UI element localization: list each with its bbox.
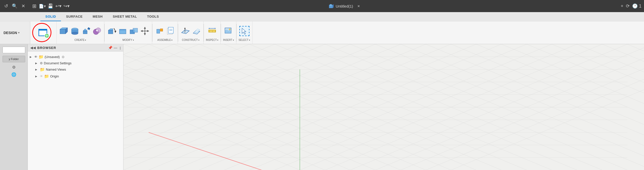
- new-file-icon[interactable]: 📄▾: [39, 4, 46, 9]
- svg-marker-24: [108, 29, 113, 30]
- assemble-icon-2[interactable]: [166, 26, 176, 36]
- label-named-views: Named Views: [46, 68, 66, 71]
- refresh-tab-icon[interactable]: ⟳: [626, 3, 630, 9]
- gear-icon[interactable]: ⚙: [12, 65, 16, 70]
- tab-surface[interactable]: SURFACE: [61, 12, 88, 21]
- inspect-section: INSPECT ▾: [204, 21, 221, 44]
- arrow-unsaved: ▶: [30, 55, 33, 58]
- svg-rect-41: [168, 27, 173, 33]
- arrow-doc-settings: ▶: [35, 62, 39, 65]
- svg-point-13: [72, 32, 78, 35]
- sketch-icon-svg: [37, 27, 49, 39]
- create-section: ✦ CREATE ▾: [57, 21, 104, 44]
- browser-title: BROWSER: [37, 46, 107, 50]
- sketch-tool-group: [30, 21, 57, 44]
- svg-marker-2: [333, 4, 334, 8]
- top-bar-left-icons: ↺ 🔍 ✕: [3, 3, 27, 9]
- save-icon[interactable]: 💾: [47, 3, 54, 9]
- svg-rect-37: [157, 29, 160, 33]
- svg-marker-34: [144, 33, 146, 35]
- label-unsaved: (Unsaved): [45, 55, 60, 59]
- search-icon[interactable]: 🔍: [11, 3, 18, 9]
- extrude-icon[interactable]: [81, 26, 91, 36]
- browser-pin-icon[interactable]: 📌: [108, 46, 112, 50]
- tree-item-origin[interactable]: ▶ 👁 📁 Origin: [28, 73, 123, 80]
- svg-marker-46: [184, 27, 186, 29]
- top-bar-right: + ⟳ 🕐 1: [621, 3, 641, 9]
- add-tab-icon[interactable]: +: [621, 4, 623, 9]
- gear-doc-icon: ⚙: [40, 61, 43, 65]
- svg-text:✦: ✦: [95, 29, 99, 33]
- top-bar: ↺ 🔍 ✕ ⊞ 📄▾ 💾 ↩▾ ↪▾ Untitled(1) ✕ + ⟳ 🕐 1: [0, 0, 644, 12]
- assemble-icon-1[interactable]: [154, 26, 165, 36]
- select-icon[interactable]: [239, 26, 249, 36]
- insert-image-icon[interactable]: [223, 26, 234, 36]
- move-icon[interactable]: [140, 26, 150, 36]
- clock-icon[interactable]: 🕐 1: [632, 3, 641, 9]
- svg-marker-57: [215, 28, 216, 29]
- 3d-box-icon[interactable]: [59, 26, 69, 36]
- browser-header: ◀◀ BROWSER 📌 — |: [28, 44, 123, 51]
- browser-collapse-icon[interactable]: ◀◀: [30, 46, 36, 50]
- eye-unsaved[interactable]: 👁: [34, 55, 38, 59]
- tab-tools[interactable]: TOOLS: [142, 12, 164, 21]
- construct-plane-icon[interactable]: [180, 26, 190, 36]
- folder-label: y Folder: [9, 58, 19, 61]
- label-origin: Origin: [50, 74, 59, 78]
- cube-icon: [329, 4, 334, 9]
- svg-rect-70: [123, 44, 644, 170]
- push-pull-icon[interactable]: [107, 26, 117, 36]
- browser-expand-icon[interactable]: |: [119, 46, 121, 50]
- svg-marker-35: [141, 30, 143, 32]
- browser-panel: ◀◀ BROWSER 📌 — | ▶ 👁 📁 (Unsaved) ⊙ ▶ ⚙ D…: [28, 44, 123, 170]
- svg-point-60: [229, 29, 231, 30]
- browser-minus-icon[interactable]: —: [114, 46, 117, 50]
- tab-sheet-metal[interactable]: SHEET METAL: [108, 12, 142, 21]
- create-label: CREATE ▾: [75, 39, 86, 42]
- redo-icon[interactable]: ↪▾: [63, 3, 70, 9]
- tree-item-named-views[interactable]: ▶ 📁 Named Views: [28, 66, 123, 73]
- viewport[interactable]: [123, 44, 644, 170]
- design-button[interactable]: DESIGN ▾: [4, 31, 19, 35]
- design-label: DESIGN: [4, 31, 17, 35]
- folder-button[interactable]: y Folder: [3, 56, 25, 62]
- measure-icon[interactable]: [207, 26, 217, 36]
- combine-icon[interactable]: [129, 26, 139, 36]
- construct-label: CONSTRUCT ▾: [182, 39, 200, 42]
- sketch-icon[interactable]: [37, 27, 49, 39]
- undo-icon[interactable]: ↩▾: [55, 3, 62, 9]
- tree-item-doc-settings[interactable]: ▶ ⚙ Document Settings: [28, 60, 123, 66]
- tab-solid[interactable]: SOLID: [40, 12, 61, 21]
- svg-marker-56: [209, 28, 210, 29]
- ribbon: SOLID SURFACE MESH SHEET METAL TOOLS DES…: [0, 12, 644, 44]
- svg-rect-38: [160, 29, 163, 31]
- search-input[interactable]: [3, 47, 25, 53]
- title-bar: Untitled(1) ✕: [72, 4, 619, 9]
- tree-item-unsaved[interactable]: ▶ 👁 📁 (Unsaved) ⊙: [28, 53, 123, 60]
- grid-icon[interactable]: ⊞: [31, 3, 38, 9]
- tab-mesh[interactable]: MESH: [88, 12, 108, 21]
- close-icon[interactable]: ✕: [20, 3, 27, 9]
- construct-axis-icon[interactable]: [191, 26, 201, 36]
- svg-rect-23: [108, 30, 113, 34]
- window-title: Untitled(1): [336, 4, 353, 8]
- cylinder-icon[interactable]: [70, 26, 80, 36]
- svg-marker-19: [88, 27, 90, 30]
- close-tab-icon[interactable]: ✕: [355, 4, 362, 8]
- arrow-origin: ▶: [35, 75, 39, 78]
- select-section: SELECT ▾: [237, 21, 252, 44]
- design-area[interactable]: DESIGN ▾: [0, 21, 30, 44]
- globe-icon[interactable]: 🌐: [11, 72, 16, 77]
- boolean-icon[interactable]: ✦: [92, 26, 102, 36]
- refresh-icon[interactable]: ↺: [3, 3, 10, 9]
- folder-unsaved: 📁: [39, 54, 44, 59]
- svg-marker-61: [242, 28, 246, 34]
- target-unsaved[interactable]: ⊙: [62, 55, 65, 59]
- eye-origin[interactable]: 👁: [40, 74, 43, 78]
- design-caret: ▾: [18, 31, 19, 34]
- svg-rect-8: [60, 29, 66, 34]
- svg-marker-44: [182, 30, 189, 34]
- svg-marker-36: [147, 30, 149, 32]
- fillet-icon[interactable]: [118, 26, 128, 36]
- file-icons: ⊞ 📄▾ 💾 ↩▾ ↪▾: [31, 3, 70, 9]
